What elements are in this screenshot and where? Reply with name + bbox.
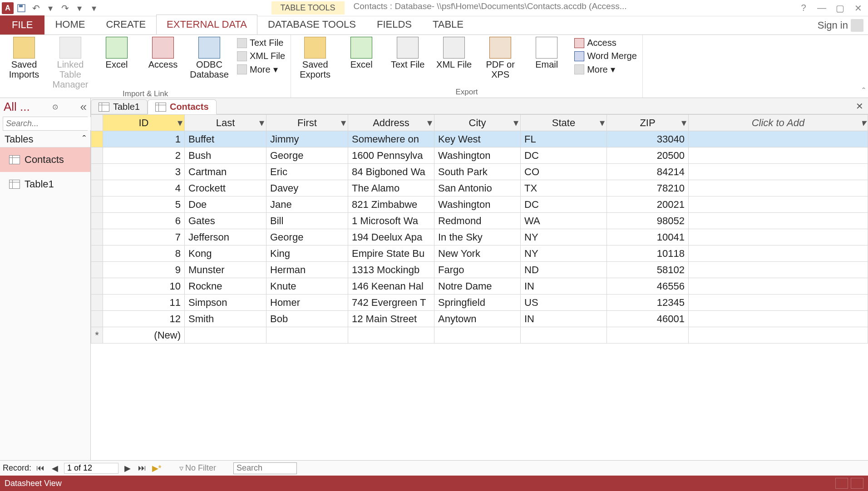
cell-first[interactable]: Eric (266, 164, 348, 180)
record-last-icon[interactable]: ⏭ (137, 463, 148, 474)
cell-city[interactable]: Washington (434, 147, 521, 164)
cell-zip[interactable]: 58102 (607, 262, 689, 278)
cell-new-column[interactable] (689, 262, 868, 278)
cell-first[interactable]: George (266, 147, 348, 164)
qat-redo-dropdown-icon[interactable]: ▾ (73, 1, 86, 15)
tab-fields[interactable]: FIELDS (366, 15, 422, 34)
column-dropdown-icon[interactable]: ▾ (178, 117, 182, 129)
record-search-input[interactable] (233, 462, 297, 474)
cell-new-column[interactable] (689, 180, 868, 196)
cell-city[interactable]: Springfield (434, 295, 521, 311)
row-selector[interactable] (91, 311, 103, 327)
access-import-button[interactable]: Access (143, 37, 183, 69)
cell-last[interactable]: Doe (185, 196, 266, 213)
record-first-icon[interactable]: ⏮ (35, 463, 46, 474)
cell-first[interactable]: Jimmy (266, 131, 348, 147)
cell-address[interactable]: The Alamo (348, 180, 434, 196)
more-import-button[interactable]: More ▾ (235, 63, 287, 76)
nav-group-collapse-icon[interactable]: ˆ (83, 133, 86, 145)
cell-address[interactable]: 742 Evergreen T (348, 295, 434, 311)
cell-empty[interactable] (266, 327, 348, 344)
cell-id[interactable]: 5 (103, 196, 185, 213)
cell-first[interactable]: Jane (266, 196, 348, 213)
cell-empty[interactable] (348, 327, 434, 344)
cell-address[interactable]: 821 Zimbabwe (348, 196, 434, 213)
ribbon-collapse-icon[interactable]: ˆ (862, 86, 865, 97)
no-filter-indicator[interactable]: ▿ No Filter (179, 463, 216, 473)
linked-table-manager-button[interactable]: Linked Table Manager (50, 37, 91, 89)
record-prev-icon[interactable]: ◀ (49, 463, 60, 474)
row-selector[interactable] (91, 164, 103, 180)
table-row[interactable]: 8KongKingEmpire State BuNew YorkNY10118 (91, 246, 868, 262)
cell-address[interactable]: Somewhere on (348, 131, 434, 147)
excel-export-button[interactable]: Excel (341, 37, 382, 69)
cell-new-column[interactable] (689, 131, 868, 147)
column-dropdown-icon[interactable]: ▾ (681, 117, 686, 129)
datasheet-view-button[interactable] (835, 478, 848, 489)
click-to-add-column[interactable]: Click to Add▾ (689, 115, 868, 131)
cell-city[interactable]: South Park (434, 164, 521, 180)
cell-state[interactable]: DC (521, 196, 607, 213)
cell-state[interactable]: NY (521, 246, 607, 262)
cell-last[interactable]: Gates (185, 213, 266, 229)
column-header-zip[interactable]: ZIP▾ (607, 115, 689, 131)
cell-new-column[interactable] (689, 311, 868, 327)
cell-id[interactable]: 7 (103, 229, 185, 246)
cell-id[interactable]: 12 (103, 311, 185, 327)
cell-new-column[interactable] (689, 246, 868, 262)
table-row[interactable]: 1BuffetJimmySomewhere onKey WestFL33040 (91, 131, 868, 147)
design-view-button[interactable] (851, 478, 863, 489)
table-row[interactable]: 4CrockettDaveyThe AlamoSan AntonioTX7821… (91, 180, 868, 196)
qat-customize-icon[interactable]: ▾ (87, 1, 101, 15)
row-selector[interactable] (91, 147, 103, 164)
cell-zip[interactable]: 10118 (607, 246, 689, 262)
cell-id[interactable]: 8 (103, 246, 185, 262)
sign-in-link[interactable]: Sign in (813, 16, 868, 34)
qat-undo-dropdown-icon[interactable]: ▾ (44, 1, 57, 15)
maximize-icon[interactable]: ▢ (833, 2, 846, 15)
cell-zip[interactable]: 12345 (607, 295, 689, 311)
cell-empty[interactable] (689, 327, 868, 344)
cell-address[interactable]: Empire State Bu (348, 246, 434, 262)
nav-item-contacts[interactable]: Contacts (0, 147, 90, 172)
access-export-button[interactable]: Access (572, 37, 639, 49)
row-selector[interactable] (91, 213, 103, 229)
cell-id[interactable]: 6 (103, 213, 185, 229)
cell-state[interactable]: IN (521, 278, 607, 295)
cell-id[interactable]: 2 (103, 147, 185, 164)
table-row[interactable]: 3CartmanEric84 Bigboned WaSouth ParkCO84… (91, 164, 868, 180)
cell-address[interactable]: 12 Main Street (348, 311, 434, 327)
cell-city[interactable]: Redmond (434, 213, 521, 229)
nav-header[interactable]: All ... ⊙ « (0, 98, 90, 116)
cell-zip[interactable]: 20021 (607, 196, 689, 213)
cell-first[interactable]: Bob (266, 311, 348, 327)
row-selector[interactable] (91, 196, 103, 213)
pdf-xps-button[interactable]: PDF or XPS (480, 37, 521, 79)
tab-home[interactable]: HOME (44, 15, 95, 34)
cell-state[interactable]: ND (521, 262, 607, 278)
table-row[interactable]: 10RockneKnute146 Keenan HalNotre DameIN4… (91, 278, 868, 295)
datasheet-grid[interactable]: ID▾Last▾First▾Address▾City▾State▾ZIP▾Cli… (91, 114, 868, 460)
nav-item-table1[interactable]: Table1 (0, 172, 90, 196)
row-selector[interactable] (91, 131, 103, 147)
record-next-icon[interactable]: ▶ (122, 463, 133, 474)
xml-file-export-button[interactable]: XML File (434, 37, 474, 69)
cell-zip[interactable]: 84214 (607, 164, 689, 180)
cell-last[interactable]: Bush (185, 147, 266, 164)
cell-zip[interactable]: 46556 (607, 278, 689, 295)
cell-address[interactable]: 194 Deelux Apa (348, 229, 434, 246)
cell-city[interactable]: Notre Dame (434, 278, 521, 295)
cell-first[interactable]: Davey (266, 180, 348, 196)
document-close-icon[interactable]: ✕ (851, 101, 868, 112)
column-dropdown-icon[interactable]: ▾ (600, 117, 605, 129)
qat-save-icon[interactable] (15, 1, 28, 15)
cell-first[interactable]: Knute (266, 278, 348, 295)
more-export-button[interactable]: More ▾ (572, 63, 639, 76)
qat-undo-icon[interactable]: ↶ (29, 1, 43, 15)
cell-city[interactable]: New York (434, 246, 521, 262)
row-selector[interactable] (91, 262, 103, 278)
cell-last[interactable]: Buffet (185, 131, 266, 147)
email-button[interactable]: Email (526, 37, 567, 69)
doc-tab-contacts[interactable]: Contacts (148, 99, 217, 114)
cell-first[interactable]: Bill (266, 213, 348, 229)
